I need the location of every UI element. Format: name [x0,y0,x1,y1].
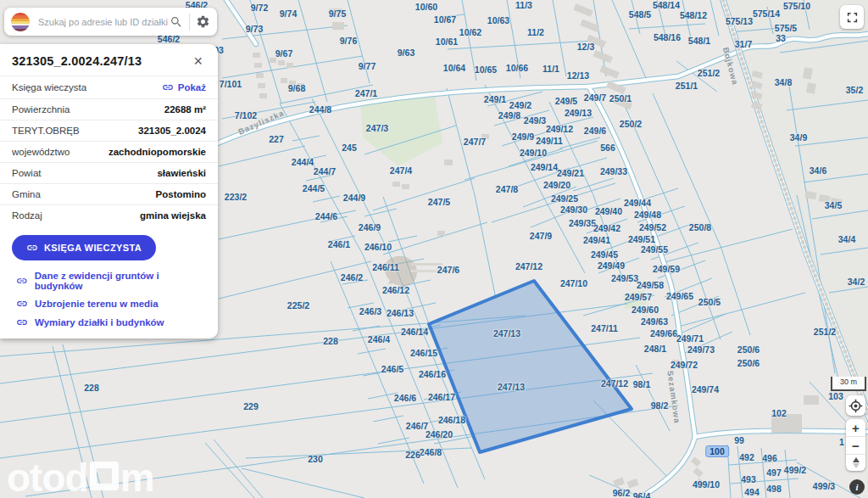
locate-button[interactable] [846,395,865,416]
arrow-up-icon [853,457,860,462]
row-label: Powiat [12,168,42,178]
arrow-down-icon [853,463,860,468]
tilt-button[interactable] [846,455,865,471]
link-icon [16,298,28,310]
panel-row: województwo zachodniopomorskie [0,141,218,162]
info-button[interactable]: i [849,479,865,495]
row-value: zachodniopomorskie [108,147,206,157]
link-uzbrojenie[interactable]: Uzbrojenie terenu w media [0,291,218,310]
panel-row-ksiega: Księga wieczysta Pokaż [0,76,218,98]
zoom-in-button[interactable]: + [846,419,865,436]
panel-row: Gmina Postomino [0,183,218,204]
zoom-out-button[interactable]: − [846,437,865,454]
close-icon[interactable]: × [188,54,208,68]
link-icon [16,316,28,328]
row-value: 321305_2.0024 [138,126,206,136]
search-divider [189,14,190,31]
search-bar [4,8,217,36]
row-label: Gmina [12,189,41,199]
fullscreen-button[interactable] [840,5,864,29]
link-ewidencja[interactable]: Dane z ewidencji gruntów i budynków [0,264,218,291]
row-label: Rodzaj [12,210,42,221]
search-input[interactable] [36,16,170,28]
scale-bar: 30 m [831,377,866,391]
link-icon [26,242,38,254]
panel-row: Powiat sławieński [0,162,218,183]
row-value: gmina wiejska [140,210,206,221]
zoom-controls: + − [846,419,865,471]
app-logo-icon [11,13,30,31]
parcel-info-panel: 321305_2.0024.247/13 × Księga wieczysta … [0,44,218,339]
settings-gear-icon[interactable] [196,14,210,29]
row-label: TERYT.OBRĘB [12,126,80,136]
link-wymiary[interactable]: Wymiary działki i budynków [0,310,218,328]
row-value: sławieński [157,168,206,178]
panel-row: Rodzaj gmina wiejska [0,204,218,226]
pokaz-link[interactable]: Pokaż [162,81,206,93]
map-viewer: 546/2546/2937/1017/102223/22279/729/749/… [0,0,868,498]
search-icon[interactable] [170,15,183,29]
ksiega-wieczysta-button[interactable]: KSIĘGA WIECZYSTA [12,235,156,260]
row-label: Księga wieczysta [12,82,86,92]
locate-icon [849,399,863,413]
fullscreen-icon [846,11,859,24]
row-value: 22688 m² [164,104,206,115]
panel-row: TERYT.OBRĘB 321305_2.0024 [0,120,218,141]
link-icon [162,81,174,93]
link-icon [16,275,28,287]
parcel-id-title: 321305_2.0024.247/13 [12,54,142,68]
row-label: Powierzchnia [12,104,70,115]
panel-row: Powierzchnia 22688 m² [0,98,218,120]
row-label: województwo [12,147,70,157]
row-value: Postomino [156,189,206,199]
